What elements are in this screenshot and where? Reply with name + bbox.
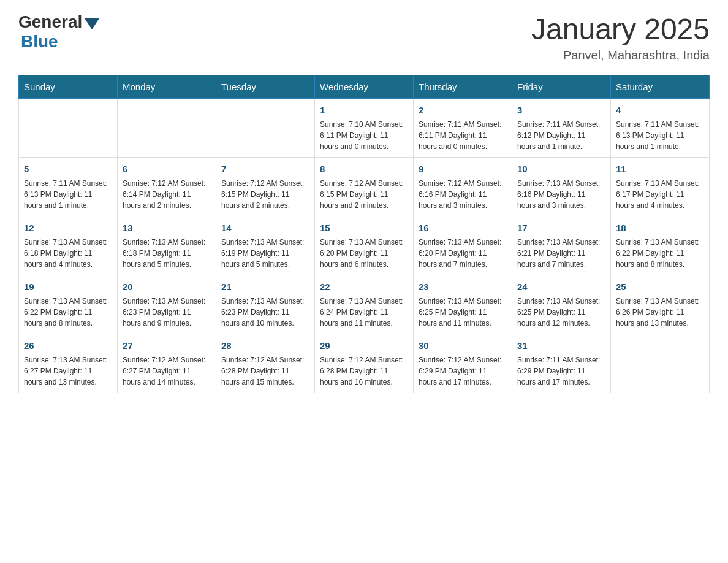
day-info: Sunrise: 7:11 AM Sunset: 6:11 PM Dayligh… — [419, 119, 507, 152]
day-number: 23 — [419, 280, 507, 293]
day-number: 13 — [123, 221, 211, 234]
day-of-week-header: Wednesday — [315, 75, 414, 99]
calendar-cell: 8Sunrise: 7:12 AM Sunset: 6:15 PM Daylig… — [315, 158, 414, 216]
day-info: Sunrise: 7:13 AM Sunset: 6:16 PM Dayligh… — [517, 178, 605, 211]
day-of-week-header: Friday — [512, 75, 611, 99]
logo-arrow-icon — [85, 18, 99, 29]
day-info: Sunrise: 7:12 AM Sunset: 6:14 PM Dayligh… — [123, 178, 211, 211]
calendar-cell: 26Sunrise: 7:13 AM Sunset: 6:27 PM Dayli… — [19, 334, 118, 393]
calendar-week-row: 1Sunrise: 7:10 AM Sunset: 6:11 PM Daylig… — [19, 99, 710, 158]
calendar-cell: 21Sunrise: 7:13 AM Sunset: 6:23 PM Dayli… — [216, 275, 315, 334]
calendar-cell: 20Sunrise: 7:13 AM Sunset: 6:23 PM Dayli… — [118, 275, 216, 334]
day-number: 24 — [517, 280, 605, 293]
day-number: 5 — [24, 163, 112, 175]
day-info: Sunrise: 7:13 AM Sunset: 6:18 PM Dayligh… — [123, 237, 211, 270]
logo-blue-text: Blue — [21, 32, 99, 52]
calendar-cell: 23Sunrise: 7:13 AM Sunset: 6:25 PM Dayli… — [414, 275, 512, 334]
day-info: Sunrise: 7:12 AM Sunset: 6:29 PM Dayligh… — [419, 354, 507, 388]
day-info: Sunrise: 7:13 AM Sunset: 6:21 PM Dayligh… — [517, 237, 605, 270]
calendar-week-row: 26Sunrise: 7:13 AM Sunset: 6:27 PM Dayli… — [19, 334, 710, 393]
calendar-cell: 28Sunrise: 7:12 AM Sunset: 6:28 PM Dayli… — [216, 334, 315, 393]
calendar-cell: 4Sunrise: 7:11 AM Sunset: 6:13 PM Daylig… — [611, 99, 710, 158]
calendar-cell: 31Sunrise: 7:11 AM Sunset: 6:29 PM Dayli… — [512, 334, 611, 393]
day-number: 15 — [320, 221, 408, 234]
days-of-week-row: SundayMondayTuesdayWednesdayThursdayFrid… — [19, 75, 710, 99]
calendar-cell — [118, 99, 216, 158]
day-number: 11 — [616, 163, 704, 175]
day-number: 31 — [517, 339, 605, 352]
calendar-cell: 11Sunrise: 7:13 AM Sunset: 6:17 PM Dayli… — [611, 158, 710, 216]
calendar-cell: 25Sunrise: 7:13 AM Sunset: 6:26 PM Dayli… — [611, 275, 710, 334]
day-of-week-header: Thursday — [414, 75, 512, 99]
day-number: 2 — [419, 104, 507, 117]
day-info: Sunrise: 7:10 AM Sunset: 6:11 PM Dayligh… — [320, 119, 408, 152]
title-section: January 2025 Panvel, Maharashtra, India — [531, 12, 710, 63]
calendar-cell: 10Sunrise: 7:13 AM Sunset: 6:16 PM Dayli… — [512, 158, 611, 216]
day-number: 25 — [616, 280, 704, 293]
day-info: Sunrise: 7:12 AM Sunset: 6:16 PM Dayligh… — [419, 178, 507, 211]
calendar-cell: 24Sunrise: 7:13 AM Sunset: 6:25 PM Dayli… — [512, 275, 611, 334]
day-info: Sunrise: 7:13 AM Sunset: 6:23 PM Dayligh… — [221, 296, 309, 329]
day-info: Sunrise: 7:13 AM Sunset: 6:22 PM Dayligh… — [616, 237, 704, 270]
day-info: Sunrise: 7:11 AM Sunset: 6:13 PM Dayligh… — [24, 178, 112, 211]
day-number: 22 — [320, 280, 408, 293]
day-info: Sunrise: 7:12 AM Sunset: 6:27 PM Dayligh… — [123, 354, 211, 388]
page-header: General Blue January 2025 Panvel, Mahara… — [18, 12, 710, 63]
location-text: Panvel, Maharashtra, India — [531, 48, 710, 63]
calendar-week-row: 5Sunrise: 7:11 AM Sunset: 6:13 PM Daylig… — [19, 158, 710, 216]
day-number: 7 — [221, 163, 309, 175]
day-number: 18 — [616, 221, 704, 234]
calendar-cell: 30Sunrise: 7:12 AM Sunset: 6:29 PM Dayli… — [414, 334, 512, 393]
day-number: 12 — [24, 221, 112, 234]
day-info: Sunrise: 7:12 AM Sunset: 6:28 PM Dayligh… — [221, 354, 309, 388]
day-of-week-header: Sunday — [19, 75, 118, 99]
day-number: 19 — [24, 280, 112, 293]
calendar-cell: 18Sunrise: 7:13 AM Sunset: 6:22 PM Dayli… — [611, 216, 710, 275]
month-year-title: January 2025 — [531, 12, 710, 46]
calendar-cell: 13Sunrise: 7:13 AM Sunset: 6:18 PM Dayli… — [118, 216, 216, 275]
day-number: 17 — [517, 221, 605, 234]
calendar-cell: 29Sunrise: 7:12 AM Sunset: 6:28 PM Dayli… — [315, 334, 414, 393]
calendar-cell: 7Sunrise: 7:12 AM Sunset: 6:15 PM Daylig… — [216, 158, 315, 216]
calendar-cell: 22Sunrise: 7:13 AM Sunset: 6:24 PM Dayli… — [315, 275, 414, 334]
day-number: 30 — [419, 339, 507, 352]
day-of-week-header: Tuesday — [216, 75, 315, 99]
calendar-cell: 17Sunrise: 7:13 AM Sunset: 6:21 PM Dayli… — [512, 216, 611, 275]
day-of-week-header: Saturday — [611, 75, 710, 99]
day-number: 14 — [221, 221, 309, 234]
day-number: 26 — [24, 339, 112, 352]
calendar-table: SundayMondayTuesdayWednesdayThursdayFrid… — [18, 75, 710, 393]
calendar-cell: 15Sunrise: 7:13 AM Sunset: 6:20 PM Dayli… — [315, 216, 414, 275]
day-number: 3 — [517, 104, 605, 117]
calendar-cell: 3Sunrise: 7:11 AM Sunset: 6:12 PM Daylig… — [512, 99, 611, 158]
day-info: Sunrise: 7:13 AM Sunset: 6:20 PM Dayligh… — [419, 237, 507, 270]
calendar-week-row: 12Sunrise: 7:13 AM Sunset: 6:18 PM Dayli… — [19, 216, 710, 275]
day-info: Sunrise: 7:13 AM Sunset: 6:25 PM Dayligh… — [419, 296, 507, 329]
calendar-cell: 6Sunrise: 7:12 AM Sunset: 6:14 PM Daylig… — [118, 158, 216, 216]
day-number: 16 — [419, 221, 507, 234]
day-number: 10 — [517, 163, 605, 175]
logo: General Blue — [18, 12, 99, 52]
day-number: 28 — [221, 339, 309, 352]
calendar-body: 1Sunrise: 7:10 AM Sunset: 6:11 PM Daylig… — [19, 99, 710, 393]
day-number: 6 — [123, 163, 211, 175]
day-number: 9 — [419, 163, 507, 175]
calendar-cell: 2Sunrise: 7:11 AM Sunset: 6:11 PM Daylig… — [414, 99, 512, 158]
day-info: Sunrise: 7:13 AM Sunset: 6:23 PM Dayligh… — [123, 296, 211, 329]
day-info: Sunrise: 7:12 AM Sunset: 6:15 PM Dayligh… — [320, 178, 408, 211]
day-info: Sunrise: 7:12 AM Sunset: 6:28 PM Dayligh… — [320, 354, 408, 388]
calendar-cell: 9Sunrise: 7:12 AM Sunset: 6:16 PM Daylig… — [414, 158, 512, 216]
calendar-cell — [611, 334, 710, 393]
day-info: Sunrise: 7:13 AM Sunset: 6:20 PM Dayligh… — [320, 237, 408, 270]
day-number: 29 — [320, 339, 408, 352]
day-info: Sunrise: 7:11 AM Sunset: 6:12 PM Dayligh… — [517, 119, 605, 152]
day-number: 8 — [320, 163, 408, 175]
day-info: Sunrise: 7:13 AM Sunset: 6:27 PM Dayligh… — [24, 354, 112, 388]
day-number: 21 — [221, 280, 309, 293]
day-info: Sunrise: 7:13 AM Sunset: 6:17 PM Dayligh… — [616, 178, 704, 211]
logo-general-text: General — [18, 12, 82, 32]
calendar-week-row: 19Sunrise: 7:13 AM Sunset: 6:22 PM Dayli… — [19, 275, 710, 334]
calendar-cell: 27Sunrise: 7:12 AM Sunset: 6:27 PM Dayli… — [118, 334, 216, 393]
day-info: Sunrise: 7:11 AM Sunset: 6:13 PM Dayligh… — [616, 119, 704, 152]
calendar-cell: 5Sunrise: 7:11 AM Sunset: 6:13 PM Daylig… — [19, 158, 118, 216]
